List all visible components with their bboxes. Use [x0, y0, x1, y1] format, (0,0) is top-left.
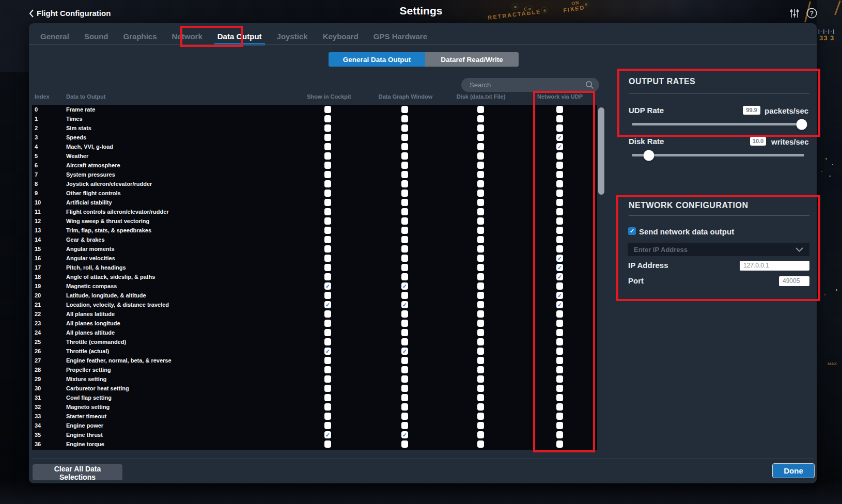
checkbox-udp[interactable]: [556, 124, 563, 132]
checkbox-udp[interactable]: [556, 282, 563, 290]
checkbox-disk[interactable]: [477, 282, 484, 290]
checkbox-graph[interactable]: [401, 217, 408, 225]
checkbox-graph[interactable]: [401, 292, 408, 299]
checkbox-graph[interactable]: [401, 152, 408, 160]
checkbox-udp[interactable]: [556, 152, 563, 160]
checkbox-cockpit[interactable]: [324, 440, 331, 448]
checkbox-disk[interactable]: [477, 385, 484, 392]
checkbox-udp[interactable]: [556, 171, 563, 178]
checkbox-udp[interactable]: [556, 440, 563, 448]
checkbox-udp[interactable]: [556, 348, 563, 355]
checkbox-cockpit[interactable]: [324, 255, 331, 262]
checkbox-disk[interactable]: [477, 422, 484, 429]
checkbox-cockpit[interactable]: [324, 422, 331, 429]
checkbox-disk[interactable]: [477, 264, 484, 271]
checkbox-graph[interactable]: [401, 245, 408, 253]
checkbox-cockpit[interactable]: [324, 329, 331, 336]
checkbox-graph[interactable]: [401, 385, 408, 392]
checkbox-disk[interactable]: [477, 134, 484, 141]
checkbox-disk[interactable]: [477, 348, 484, 355]
checkbox-udp[interactable]: [556, 338, 563, 345]
checkbox-disk[interactable]: [477, 143, 484, 150]
checkbox-disk[interactable]: [477, 106, 484, 113]
checkbox-graph[interactable]: [401, 366, 408, 373]
checkbox-cockpit[interactable]: [324, 190, 331, 197]
udp-rate-value[interactable]: 99.9: [743, 106, 760, 115]
checkbox-graph[interactable]: [401, 180, 408, 187]
checkbox-disk[interactable]: [477, 357, 484, 364]
checkbox-disk[interactable]: [477, 301, 484, 308]
checkbox-graph[interactable]: [401, 106, 408, 113]
checkbox-graph[interactable]: [401, 208, 408, 215]
checkbox-graph[interactable]: [401, 143, 408, 150]
checkbox-graph[interactable]: [401, 171, 408, 178]
checkbox-graph[interactable]: ✓: [401, 301, 408, 308]
checkbox-graph[interactable]: [401, 255, 408, 262]
clear-all-data-selections-button[interactable]: Clear All Data Selections: [33, 464, 122, 480]
checkbox-disk[interactable]: [477, 329, 484, 336]
checkbox-graph[interactable]: [401, 394, 408, 401]
tab-data-output[interactable]: Data Output: [216, 32, 263, 41]
checkbox-udp[interactable]: ✓: [556, 134, 563, 141]
tab-sound[interactable]: Sound: [83, 32, 110, 41]
checkbox-cockpit[interactable]: [324, 310, 331, 318]
checkbox-disk[interactable]: [477, 273, 484, 280]
checkbox-udp[interactable]: ✓: [556, 301, 563, 308]
checkbox-graph[interactable]: [401, 357, 408, 364]
ip-address-dropdown[interactable]: Enter IP Address: [628, 243, 809, 256]
checkbox-disk[interactable]: [477, 255, 484, 262]
checkbox-disk[interactable]: [477, 208, 484, 215]
checkbox-cockpit[interactable]: [324, 338, 331, 345]
checkbox-graph[interactable]: [401, 115, 408, 122]
checkbox-graph[interactable]: [401, 329, 408, 336]
subtab-general-data-output[interactable]: General Data Output: [329, 52, 425, 67]
checkbox-udp[interactable]: [556, 199, 563, 206]
ip-address-field[interactable]: 127.0.0.1: [740, 261, 809, 271]
checkbox-udp[interactable]: [556, 245, 563, 253]
checkbox-cockpit[interactable]: ✓: [324, 301, 331, 308]
checkbox-graph[interactable]: [401, 310, 408, 318]
udp-rate-slider[interactable]: [632, 123, 804, 125]
checkbox-cockpit[interactable]: [324, 217, 331, 225]
checkbox-disk[interactable]: [477, 115, 484, 122]
checkbox-graph[interactable]: [401, 273, 408, 280]
checkbox-disk[interactable]: [477, 366, 484, 373]
port-field[interactable]: 49005: [779, 276, 809, 286]
checkbox-udp[interactable]: [556, 394, 563, 401]
checkbox-graph[interactable]: [401, 440, 408, 448]
checkbox-cockpit[interactable]: [324, 394, 331, 401]
checkbox-graph[interactable]: [401, 375, 408, 383]
help-icon[interactable]: ?: [806, 8, 817, 19]
checkbox-disk[interactable]: [477, 124, 484, 132]
checkbox-disk[interactable]: [477, 227, 484, 234]
tab-network[interactable]: Network: [171, 32, 204, 41]
search-box[interactable]: [461, 78, 599, 92]
checkbox-cockpit[interactable]: [324, 162, 331, 169]
checkbox-disk[interactable]: [477, 190, 484, 197]
checkbox-udp[interactable]: [556, 162, 563, 169]
checkbox-disk[interactable]: [477, 162, 484, 169]
checkbox-disk[interactable]: [477, 152, 484, 160]
checkbox-udp[interactable]: [556, 403, 563, 411]
checkbox-graph[interactable]: [401, 413, 408, 420]
checkbox-cockpit[interactable]: [324, 152, 331, 160]
checkbox-disk[interactable]: [477, 310, 484, 318]
checkbox-graph[interactable]: [401, 199, 408, 206]
checkbox-cockpit[interactable]: [324, 199, 331, 206]
checkbox-cockpit[interactable]: [324, 143, 331, 150]
checkbox-disk[interactable]: [477, 403, 484, 411]
checkbox-disk[interactable]: [477, 375, 484, 383]
checkbox-cockpit[interactable]: [324, 124, 331, 132]
checkbox-udp[interactable]: [556, 190, 563, 197]
disk-rate-slider-thumb[interactable]: [644, 150, 654, 161]
checkbox-cockpit[interactable]: [324, 366, 331, 373]
disk-rate-value[interactable]: 10.0: [750, 137, 766, 146]
checkbox-graph[interactable]: [401, 227, 408, 234]
checkbox-cockpit[interactable]: [324, 357, 331, 364]
send-network-data-checkbox[interactable]: ✓: [628, 227, 636, 235]
checkbox-udp[interactable]: [556, 236, 563, 243]
checkbox-cockpit[interactable]: [324, 208, 331, 215]
tab-keyboard[interactable]: Keyboard: [322, 32, 360, 41]
checkbox-cockpit[interactable]: [324, 106, 331, 113]
search-input[interactable]: [469, 81, 585, 89]
